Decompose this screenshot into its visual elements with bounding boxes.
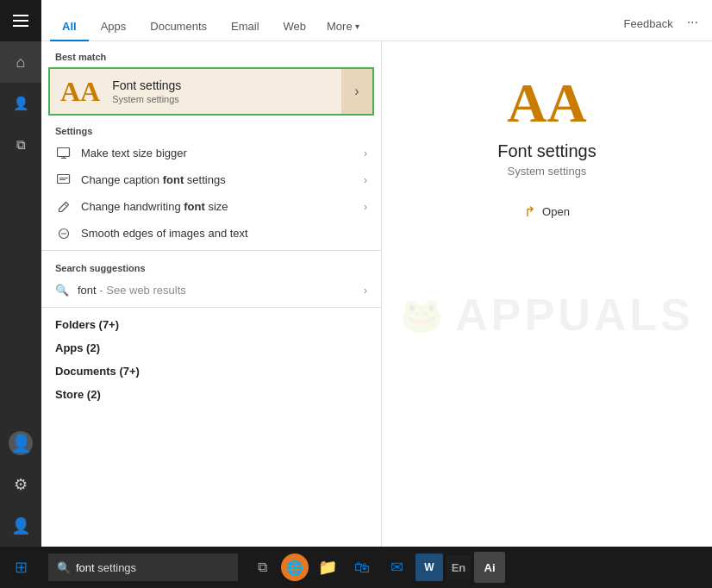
settings-item-text-size-label: Make text size bigger xyxy=(81,147,364,160)
sidebar-item-copy[interactable]: ⧉ xyxy=(0,124,41,166)
hamburger-icon xyxy=(13,15,28,27)
taskview-icon[interactable]: ⧉ xyxy=(247,552,278,583)
font-settings-icon: AA xyxy=(60,78,100,105)
settings-section-label: Settings xyxy=(41,117,381,140)
detail-subtitle: System settings xyxy=(508,165,587,178)
sidebar: ⌂ 👤 ⧉ 👤 ⚙ 👤 ⊞ xyxy=(0,0,41,588)
home-icon: ⌂ xyxy=(16,53,26,72)
store-icon[interactable]: 🛍 xyxy=(347,552,378,583)
sidebar-item-home[interactable]: ⌂ xyxy=(0,41,41,83)
more-options-button[interactable]: ··· xyxy=(682,8,703,37)
svg-rect-4 xyxy=(58,175,70,184)
person2-icon: 👤 xyxy=(11,516,30,535)
sidebar-item-settings[interactable]: ⚙ xyxy=(0,464,41,505)
settings-item-caption[interactable]: Change caption font settings › xyxy=(41,166,381,193)
watermark: 🐸 APPUALS xyxy=(400,289,693,341)
tab-more[interactable]: More ▾ xyxy=(318,13,368,41)
divider xyxy=(41,250,381,251)
best-match-text: Font settings System settings xyxy=(112,78,362,104)
hamburger-button[interactable] xyxy=(0,0,41,41)
group-documents[interactable]: Documents (7+) xyxy=(41,358,381,381)
suggestions-label: Search suggestions xyxy=(41,254,381,277)
avatar-icon: 👤 xyxy=(9,431,33,455)
settings-icon: ⚙ xyxy=(14,475,28,494)
group-folders[interactable]: Folders (7+) xyxy=(41,311,381,335)
best-match-arrow[interactable]: › xyxy=(341,69,372,114)
taskbar-search-text: font settings xyxy=(76,561,136,574)
sidebar-item-user[interactable]: 👤 xyxy=(0,83,41,124)
mail-icon[interactable]: ✉ xyxy=(381,552,412,583)
user-icon: 👤 xyxy=(13,96,29,111)
feedback-button[interactable]: Feedback xyxy=(615,10,682,37)
copy-icon: ⧉ xyxy=(16,137,26,153)
search-tabs: All Apps Documents Email Web More ▾ Feed… xyxy=(41,0,712,41)
settings-item-arrow2: › xyxy=(364,174,367,186)
sidebar-item-person2[interactable]: 👤 xyxy=(0,505,41,547)
settings-item-handwriting[interactable]: Change handwriting font size › xyxy=(41,193,381,220)
pen-icon xyxy=(55,201,72,213)
suggestion-text: font - See web results xyxy=(78,284,364,297)
taskbar-search-icon: 🔍 xyxy=(57,561,71,574)
settings-item-text-size[interactable]: Make text size bigger › xyxy=(41,140,381,166)
settings-item-arrow3: › xyxy=(364,201,367,213)
suggestion-sub: - See web results xyxy=(99,284,185,297)
main-panel: All Apps Documents Email Web More ▾ Feed… xyxy=(41,0,712,588)
file-manager-icon[interactable]: 📁 xyxy=(312,552,343,583)
chevron-down-icon: ▾ xyxy=(355,22,359,31)
caption-icon xyxy=(55,174,72,185)
search-results-panel: Best match AA Font settings System setti… xyxy=(41,41,382,588)
taskbar: 🔍 font settings ⧉ 🌐 📁 🛍 ✉ W En xyxy=(41,547,712,588)
tab-documents[interactable]: Documents xyxy=(138,13,219,41)
best-match-title: Font settings xyxy=(112,78,362,92)
settings-item-caption-label: Change caption font settings xyxy=(81,173,364,186)
divider2 xyxy=(41,307,381,308)
content-area: Best match AA Font settings System setti… xyxy=(41,41,712,588)
svg-line-7 xyxy=(65,203,67,206)
suggestion-font-web[interactable]: 🔍 font - See web results › xyxy=(41,277,381,303)
sidebar-item-avatar[interactable]: 👤 xyxy=(0,422,41,464)
group-apps[interactable]: Apps (2) xyxy=(41,335,381,358)
windows-icon: ⊞ xyxy=(15,558,28,577)
search-suggestion-icon: 🔍 xyxy=(55,284,69,297)
suggestion-arrow: › xyxy=(364,285,367,297)
settings-item-handwriting-label: Change handwriting font size xyxy=(81,200,364,213)
windows-button[interactable]: ⊞ xyxy=(0,547,41,588)
best-match-subtitle: System settings xyxy=(112,94,362,104)
language-icon[interactable]: En xyxy=(447,555,471,579)
settings-item-smooth-label: Smooth edges of images and text xyxy=(81,227,367,240)
taskbar-search-box[interactable]: 🔍 font settings xyxy=(48,554,238,581)
tab-apps[interactable]: Apps xyxy=(89,13,139,41)
best-match-item[interactable]: AA Font settings System settings › xyxy=(48,67,374,116)
svg-rect-0 xyxy=(58,148,70,157)
open-button[interactable]: ↱ Open xyxy=(512,198,582,225)
best-match-label: Best match xyxy=(41,41,381,66)
open-icon: ↱ xyxy=(524,203,535,220)
detail-panel: 🐸 APPUALS AA Font settings System settin… xyxy=(382,41,712,588)
monitor-icon xyxy=(55,147,72,159)
tab-web[interactable]: Web xyxy=(272,13,319,41)
taskbar-icons: ⧉ 🌐 📁 🛍 ✉ W En Ai xyxy=(247,552,505,583)
tab-email[interactable]: Email xyxy=(219,13,272,41)
ai-button[interactable]: Ai xyxy=(474,552,505,583)
settings-item-smooth[interactable]: Smooth edges of images and text xyxy=(41,220,381,247)
tab-all[interactable]: All xyxy=(50,13,89,41)
browser-icon[interactable]: 🌐 xyxy=(281,554,309,581)
blue-app-icon[interactable]: W xyxy=(415,554,443,581)
settings-item-arrow: › xyxy=(364,147,367,160)
smooth-icon xyxy=(55,228,72,240)
group-store[interactable]: Store (2) xyxy=(41,381,381,404)
detail-font-icon: AA xyxy=(507,76,586,131)
detail-title: Font settings xyxy=(497,141,596,161)
